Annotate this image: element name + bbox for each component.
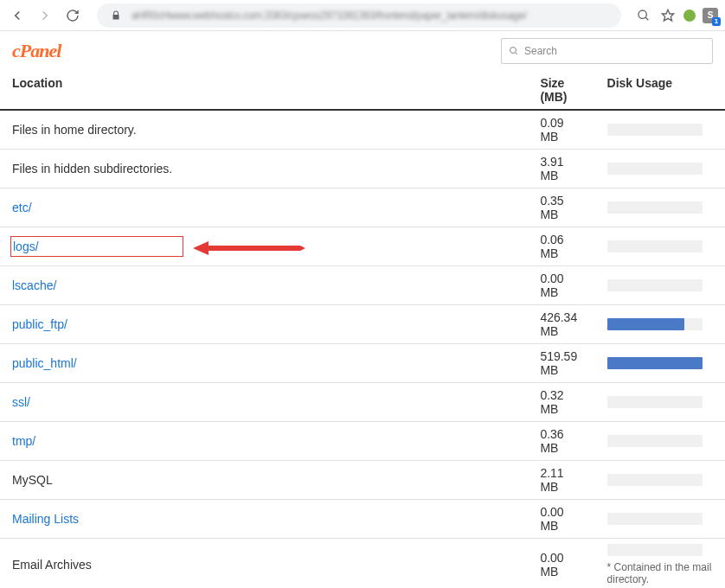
back-button[interactable] (7, 5, 28, 26)
svg-point-3 (510, 48, 516, 54)
search-input[interactable]: Search (501, 38, 713, 64)
usage-bar (607, 201, 703, 214)
browser-toolbar: aHR0cHwww.webhostco.com:2083/cpsess29710… (0, 0, 725, 31)
location-link[interactable]: logs/ (13, 240, 39, 253)
usage-cell (595, 461, 725, 500)
usage-bar (607, 513, 703, 525)
usage-cell: * Contained in the mail directory. (595, 539, 725, 589)
size-value: 0.00 MB (528, 539, 594, 589)
url-text: aHR0cHwww.webhostco.com:2083/cpsess29710… (132, 10, 527, 22)
usage-cell (595, 383, 725, 422)
size-value: 0.06 MB (528, 227, 594, 266)
table-row: logs/0.06 MB (0, 227, 725, 266)
table-row: Files in home directory.0.09 MB (0, 110, 725, 150)
usage-bar (607, 357, 703, 369)
lock-icon (107, 7, 125, 24)
usage-bar (607, 544, 703, 556)
svg-line-1 (645, 17, 648, 20)
size-value: 0.09 MB (528, 110, 594, 150)
size-value: 2.11 MB (528, 461, 594, 500)
forward-button[interactable] (35, 5, 55, 26)
location-text: Files in hidden subdirectories. (12, 162, 172, 176)
usage-cell (595, 227, 725, 266)
usage-cell (595, 189, 725, 227)
cpanel-header: cPanel Search (0, 31, 725, 71)
extension-dot-icon[interactable] (683, 10, 696, 22)
bookmark-star-icon[interactable] (659, 7, 677, 24)
location-link[interactable]: tmp/ (12, 434, 35, 448)
extension-badge-icon[interactable]: S (703, 8, 718, 23)
size-value: 0.00 MB (528, 500, 594, 539)
location-text: MySQL (12, 473, 53, 487)
size-value: 426.34 MB (528, 305, 594, 344)
location-link[interactable]: etc/ (12, 201, 32, 214)
size-value: 0.35 MB (528, 189, 594, 227)
svg-line-4 (516, 53, 518, 55)
zoom-icon[interactable] (635, 7, 652, 24)
size-value: 0.32 MB (528, 383, 594, 422)
usage-cell (595, 344, 725, 383)
location-link[interactable]: public_html/ (12, 356, 77, 370)
location-link[interactable]: lscache/ (12, 278, 56, 292)
table-row: lscache/0.00 MB (0, 266, 725, 305)
table-row: tmp/0.36 MB (0, 422, 725, 461)
reload-button[interactable] (62, 5, 83, 26)
svg-point-0 (638, 10, 646, 18)
usage-cell (595, 500, 725, 539)
usage-bar (607, 318, 703, 330)
disk-usage-table: Location Size (MB) Disk Usage Files in h… (0, 71, 725, 588)
table-row: Files in hidden subdirectories.3.91 MB (0, 150, 725, 189)
location-link[interactable]: Mailing Lists (12, 512, 79, 526)
location-text: Email Archives (12, 558, 92, 572)
col-header-usage: Disk Usage (595, 71, 725, 110)
usage-cell (595, 110, 725, 150)
usage-bar (607, 435, 703, 447)
size-value: 3.91 MB (528, 150, 594, 189)
content-area: Location Size (MB) Disk Usage Files in h… (0, 71, 725, 588)
address-bar[interactable]: aHR0cHwww.webhostco.com:2083/cpsess29710… (97, 3, 621, 28)
search-placeholder: Search (524, 45, 557, 57)
usage-bar (607, 396, 703, 408)
table-row: public_ftp/426.34 MB (0, 305, 725, 344)
svg-marker-2 (662, 10, 673, 21)
col-header-location: Location (0, 71, 528, 110)
usage-bar (607, 163, 703, 175)
size-value: 0.36 MB (528, 422, 594, 461)
size-value: 519.59 MB (528, 344, 594, 383)
table-row: Email Archives0.00 MB* Contained in the … (0, 539, 725, 589)
usage-cell (595, 422, 725, 461)
note-text: * Contained in the mail directory. (607, 561, 713, 585)
search-icon (509, 46, 519, 56)
location-link[interactable]: ssl/ (12, 395, 30, 409)
table-row: ssl/0.32 MB (0, 383, 725, 422)
col-header-size: Size (MB) (528, 71, 594, 110)
size-value: 0.00 MB (528, 266, 594, 305)
cpanel-logo: cPanel (12, 40, 61, 62)
usage-cell (595, 266, 725, 305)
location-link[interactable]: public_ftp/ (12, 317, 67, 331)
table-row: etc/0.35 MB (0, 189, 725, 227)
table-row: Mailing Lists0.00 MB (0, 500, 725, 539)
table-row: MySQL2.11 MB (0, 461, 725, 500)
usage-bar (607, 279, 703, 291)
table-row: public_html/519.59 MB (0, 344, 725, 383)
usage-bar (607, 240, 703, 252)
usage-cell (595, 305, 725, 344)
location-text: Files in home directory. (12, 123, 137, 137)
usage-bar (607, 474, 703, 486)
usage-bar (607, 124, 703, 136)
usage-cell (595, 150, 725, 189)
